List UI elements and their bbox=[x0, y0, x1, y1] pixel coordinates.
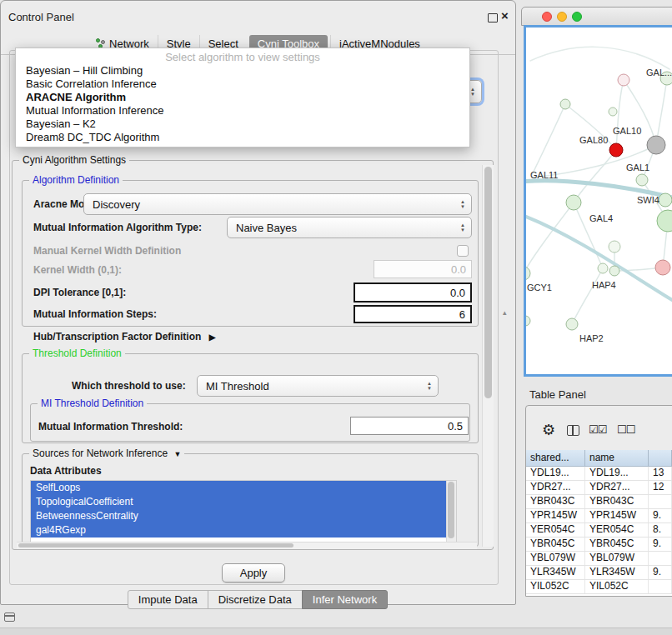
bottom-tab-impute-data[interactable]: Impute Data bbox=[128, 590, 208, 609]
settings-scrollbar[interactable] bbox=[482, 165, 494, 547]
table-row[interactable]: YBR045CYBR045C9. bbox=[526, 538, 672, 552]
network-edge[interactable] bbox=[574, 150, 616, 202]
table-cell: 9. bbox=[649, 509, 672, 522]
network-node[interactable] bbox=[636, 174, 648, 186]
network-node[interactable] bbox=[659, 193, 672, 207]
kernel-width-field[interactable]: 0.0 bbox=[374, 260, 472, 278]
table-cell: YPR145W bbox=[585, 509, 649, 522]
table-select-all-icon[interactable]: ☑☑ bbox=[589, 423, 606, 436]
table-settings-gear-icon[interactable]: ⚙ bbox=[542, 421, 555, 439]
table-row[interactable]: YBL079WYBL079W bbox=[526, 552, 672, 566]
sources-collapse-icon[interactable]: ▼ bbox=[173, 450, 181, 458]
bottom-tab-bar: Impute DataDiscretize DataInfer Network bbox=[0, 589, 516, 609]
table-column-header-name[interactable]: name bbox=[585, 450, 649, 466]
network-node[interactable] bbox=[647, 136, 665, 154]
dropdown-item-mutual-information-inference[interactable]: Mutual Information Inference bbox=[16, 104, 469, 118]
table-row[interactable]: YDL19...YDL19...13 bbox=[526, 467, 672, 481]
network-node-label-gal80: GAL80 bbox=[579, 135, 608, 145]
table-cell: YDR27... bbox=[526, 481, 585, 494]
dropdown-item-basic-correlation-inference[interactable]: Basic Correlation Inference bbox=[16, 78, 469, 91]
network-node[interactable] bbox=[609, 143, 623, 157]
table-column-header-shared[interactable]: shared... bbox=[526, 450, 585, 466]
network-node[interactable] bbox=[566, 318, 578, 330]
zoom-traffic-light[interactable] bbox=[572, 12, 582, 22]
attribute-item-gal4rgexp[interactable]: gal4RGexp bbox=[31, 523, 446, 538]
network-edge[interactable] bbox=[616, 80, 624, 150]
settings-horizontal-scrollbar[interactable] bbox=[17, 542, 477, 549]
attribute-item-betweennesscentrality[interactable]: BetweennessCentrality bbox=[31, 509, 446, 523]
network-node[interactable] bbox=[609, 108, 617, 116]
bottom-tab-infer-network[interactable]: Infer Network bbox=[302, 590, 388, 609]
table-row[interactable]: YLR345WYLR345W9. bbox=[526, 566, 672, 580]
hub-expand-icon[interactable]: ▶ bbox=[209, 332, 216, 342]
network-edge[interactable] bbox=[572, 268, 603, 324]
table-row[interactable]: YDR27...YDR27...12 bbox=[526, 481, 672, 495]
network-edge[interactable] bbox=[656, 78, 667, 145]
close-traffic-light[interactable] bbox=[542, 12, 552, 22]
network-node[interactable] bbox=[618, 74, 629, 86]
dropdown-item-aracne-algorithm[interactable]: ARACNE Algorithm bbox=[16, 91, 469, 104]
sources-legend[interactable]: Sources for Network Inference ▼ bbox=[29, 448, 184, 459]
screen: Control Panel × NetworkStyleSelectCyni T… bbox=[0, 0, 672, 635]
network-edge[interactable] bbox=[532, 104, 565, 175]
network-canvas[interactable]: GAL...GAL80GAL10GAL11GAL1SWI4GAL4GCY1HAP… bbox=[524, 25, 672, 377]
splitter-collapse-button[interactable]: ▴ bbox=[503, 308, 507, 317]
sources-title: Sources for Network Inference bbox=[33, 448, 168, 459]
network-node[interactable] bbox=[560, 99, 570, 109]
table-cell: YDL19... bbox=[585, 467, 649, 480]
attributes-list-scrollbar[interactable] bbox=[446, 481, 456, 542]
mi-threshold-value: 0.5 bbox=[448, 420, 463, 432]
network-edge[interactable] bbox=[526, 202, 574, 273]
settings-horizontal-scrollbar-thumb[interactable] bbox=[18, 543, 293, 548]
float-window-icon[interactable] bbox=[488, 13, 498, 22]
attributes-list-scrollbar-thumb[interactable] bbox=[448, 482, 454, 538]
attribute-item-topologicalcoefficient[interactable]: TopologicalCoefficient bbox=[31, 495, 446, 509]
dpi-tolerance-field[interactable]: 0.0 bbox=[354, 282, 472, 302]
dropdown-item-bayesian-k2[interactable]: Bayesian – K2 bbox=[16, 118, 469, 131]
hub-definition-label: Hub/Transcription Factor Definition bbox=[33, 331, 201, 342]
table-header-row[interactable]: shared...name bbox=[526, 450, 672, 467]
algorithm-definition-legend: Algorithm Definition bbox=[29, 174, 123, 186]
network-node-label-gal4: GAL4 bbox=[589, 213, 613, 223]
data-attributes-list[interactable]: SelfLoopsTopologicalCoefficientBetweenne… bbox=[30, 480, 457, 543]
attribute-item-selfloops[interactable]: SelfLoops bbox=[31, 481, 446, 495]
table-row[interactable]: YBR043CYBR043C bbox=[526, 495, 672, 509]
network-window-titlebar[interactable] bbox=[521, 7, 672, 26]
network-node[interactable] bbox=[657, 210, 672, 232]
kernel-width-value: 0.0 bbox=[451, 263, 466, 276]
minimize-traffic-light[interactable] bbox=[557, 12, 567, 22]
close-window-icon[interactable]: × bbox=[501, 8, 509, 22]
mi-type-combobox[interactable]: Naive Bayes ▲▼ bbox=[227, 217, 472, 238]
network-node[interactable] bbox=[609, 241, 620, 252]
aracne-mode-combobox[interactable]: Discovery ▲▼ bbox=[83, 193, 472, 215]
aracne-mode-value: Discovery bbox=[93, 198, 457, 211]
manual-kernel-width-checkbox[interactable] bbox=[457, 245, 469, 257]
dropdown-item-dream8-dc-tdc-algorithm[interactable]: Dream8 DC_TDC Algorithm bbox=[16, 131, 469, 144]
settings-scrollbar-thumb[interactable] bbox=[484, 167, 492, 398]
table-columns-icon[interactable] bbox=[567, 425, 579, 436]
bottom-tab-discretize-data[interactable]: Discretize Data bbox=[208, 590, 303, 609]
table-row[interactable]: YIL052CYIL052C bbox=[526, 580, 672, 594]
network-node[interactable] bbox=[609, 266, 619, 276]
network-node-label-gal11: GAL11 bbox=[530, 170, 558, 180]
mi-threshold-field[interactable]: 0.5 bbox=[350, 417, 469, 435]
table-deselect-all-icon[interactable]: ☐☐ bbox=[617, 423, 634, 436]
network-node[interactable] bbox=[526, 316, 530, 326]
which-threshold-combobox[interactable]: MI Threshold ▲▼ bbox=[197, 375, 439, 397]
hub-definition-toggle[interactable]: Hub/Transcription Factor Definition ▶ bbox=[33, 331, 215, 342]
apply-button[interactable]: Apply bbox=[222, 563, 285, 582]
mi-steps-field[interactable]: 6 bbox=[354, 305, 472, 323]
table-row[interactable]: YPR145WYPR145W9. bbox=[526, 509, 672, 523]
dropdown-item-bayesian-hill-climbing[interactable]: Bayesian – Hill Climbing bbox=[16, 64, 469, 78]
combobox-stepper-icon: ▲▼ bbox=[457, 199, 469, 209]
network-node[interactable] bbox=[655, 260, 670, 275]
table-row[interactable]: YER054CYER054C8. bbox=[526, 523, 672, 538]
network-node[interactable] bbox=[526, 267, 530, 280]
network-node[interactable] bbox=[598, 263, 608, 273]
table-column-header-extra[interactable] bbox=[649, 450, 672, 466]
network-edge[interactable] bbox=[574, 202, 603, 268]
dock-panel-icon[interactable] bbox=[4, 612, 15, 622]
network-edge[interactable] bbox=[530, 47, 669, 69]
dropdown-item-list: Bayesian – Hill ClimbingBasic Correlatio… bbox=[16, 64, 469, 144]
network-node[interactable] bbox=[566, 195, 581, 210]
